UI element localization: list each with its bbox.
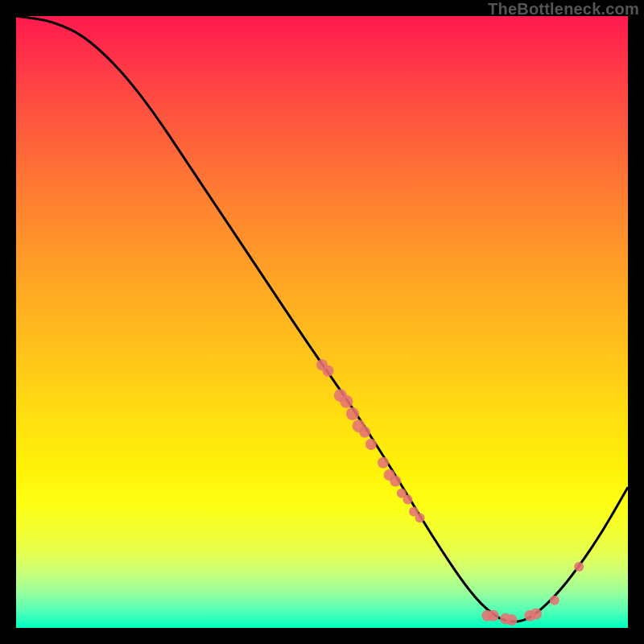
chart-svg (16, 16, 628, 628)
data-point (378, 457, 389, 469)
data-point (530, 609, 542, 620)
data-point (340, 395, 353, 408)
plot-area (16, 16, 628, 628)
data-point (323, 365, 334, 377)
data-point (550, 596, 559, 605)
data-point (359, 427, 370, 438)
data-point (365, 439, 377, 450)
bottleneck-curve (16, 16, 628, 621)
data-points (316, 359, 584, 625)
data-point (402, 494, 412, 504)
data-point (415, 513, 425, 522)
data-point (506, 614, 518, 625)
chart-frame: TheBottleneck.com (0, 0, 644, 644)
data-point (390, 476, 401, 487)
watermark-text: TheBottleneck.com (488, 0, 639, 19)
data-point (346, 407, 359, 420)
data-point (574, 562, 584, 572)
data-point (488, 610, 499, 621)
